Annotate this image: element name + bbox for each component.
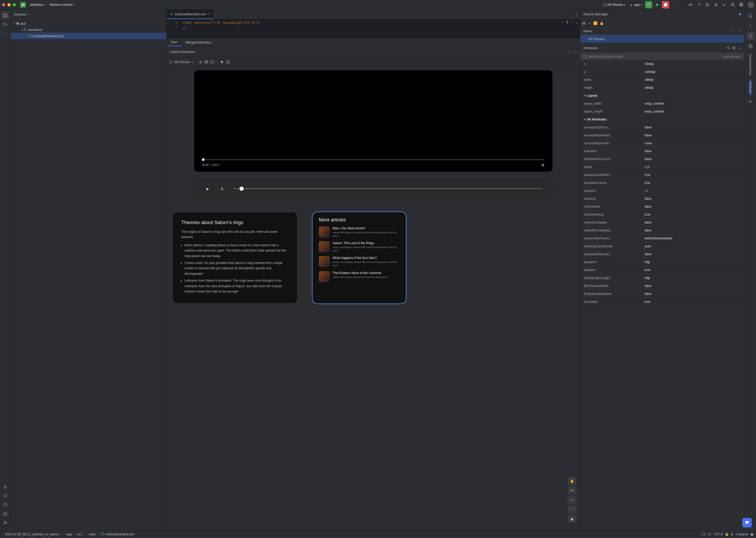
refresh-icon[interactable] xyxy=(226,60,230,64)
attribute-row[interactable]: accessibilityFocu...false xyxy=(580,123,744,131)
breadcrumb[interactable]: ▫ app xyxy=(65,532,72,536)
tree-row-manifests[interactable]: ▾ 🗀 manifests xyxy=(11,27,166,33)
list-icon[interactable] xyxy=(704,1,711,9)
attribute-row[interactable]: x434dp xyxy=(580,60,744,68)
attribute-row[interactable]: fadingEdgeLength0dp xyxy=(580,274,744,282)
project-menu[interactable]: JetNews ▾ xyxy=(28,2,47,8)
vcs-menu[interactable]: Version control ▾ xyxy=(47,2,77,8)
attribute-row[interactable]: focusabletrue xyxy=(580,298,744,306)
minimize-icon[interactable]: — xyxy=(738,46,741,50)
breadcrumb[interactable]: ▫ main xyxy=(87,532,96,536)
attribute-row[interactable]: defaultFocusHighli...false xyxy=(580,227,744,235)
slider-thumb[interactable] xyxy=(240,187,244,191)
build-variants-icon[interactable] xyxy=(2,492,9,500)
terminal-icon[interactable] xyxy=(2,510,9,517)
zoom-fit-icon[interactable]: ▣ xyxy=(568,515,576,523)
sub-tab-merged[interactable]: Merged Manifest xyxy=(181,38,215,46)
overlay-icon[interactable] xyxy=(204,60,208,64)
more-article-item[interactable]: What Happens if the Sun Dies? Article an… xyxy=(319,256,400,267)
debug-config-icon[interactable] xyxy=(712,1,720,9)
component-tree-tab[interactable]: Component Tree xyxy=(749,52,752,78)
attributes-list[interactable]: x434dpy1004dpwidth288dpheight480dp▾Layou… xyxy=(580,60,744,530)
sub-tab-text[interactable]: Text xyxy=(166,38,181,46)
play-icon[interactable]: ▶ xyxy=(204,186,211,192)
pause-icon[interactable]: ⏸ xyxy=(219,186,225,192)
attribute-row[interactable]: duplicateParentSt...false xyxy=(580,250,744,258)
close-window-icon[interactable] xyxy=(2,3,5,6)
run-config-selector[interactable]: ▲ app ▾ xyxy=(627,2,644,8)
readonly-lock-icon[interactable]: 🔒 xyxy=(725,532,729,536)
eye-icon[interactable] xyxy=(199,60,203,64)
zoom-out-icon[interactable]: － xyxy=(568,505,576,514)
attribute-row[interactable]: enabledtrue xyxy=(580,266,744,274)
attribute-row[interactable]: filterTouchesWhe...false xyxy=(580,282,744,290)
running-devices-icon[interactable] xyxy=(746,42,755,50)
line-separator[interactable]: LF xyxy=(708,532,712,536)
tree-row-manifest-file[interactable]: ⓜ AndroidManifest.xml xyxy=(11,33,166,39)
project-tool-icon[interactable] xyxy=(2,12,9,19)
more-article-item[interactable]: The Endless Allure of the Universe Artic… xyxy=(319,271,400,282)
attribute-row[interactable]: baseline-1 xyxy=(580,187,744,195)
attribute-row[interactable]: clipToPaddingtrue xyxy=(580,211,744,219)
cursor-position[interactable]: 1:1 xyxy=(701,532,706,536)
aim-icon[interactable]: ⊕ xyxy=(731,532,733,536)
video-surface[interactable]: 00:00 • 00:17 ⚙ xyxy=(197,74,549,169)
attribute-row[interactable]: layout_widthwrap_content xyxy=(580,100,744,108)
assistant-fab[interactable] xyxy=(742,518,752,527)
attribute-row[interactable]: width288dp xyxy=(580,76,744,84)
attribute-row[interactable]: elevation0dp xyxy=(580,258,744,266)
commit-icon[interactable] xyxy=(695,1,703,9)
more-article-item[interactable]: Mars: Our Next Home? Article and images … xyxy=(319,227,400,238)
more-tool-icon[interactable]: ⋯ xyxy=(2,29,9,37)
more-article-item[interactable]: Saturn: The Lord of the Rings Article an… xyxy=(319,241,400,252)
attribute-row[interactable]: fitsSystemWindowsfalse xyxy=(580,290,744,298)
bookmarks-icon[interactable] xyxy=(2,483,9,490)
attribute-row[interactable]: descendantFocus...beforeDescendants xyxy=(580,235,744,242)
problems-icon[interactable] xyxy=(2,501,9,509)
attribute-row[interactable]: accessibilityLiveR...none xyxy=(580,139,744,147)
stop-button[interactable] xyxy=(662,1,669,9)
attribute-row[interactable]: clipChildrenfalse xyxy=(580,203,744,211)
pointer-icon[interactable] xyxy=(220,60,224,64)
chevron-up-icon[interactable]: ⌃ xyxy=(571,20,573,24)
expand-panel-icon[interactable]: ▣ xyxy=(750,532,753,536)
minimize-icon[interactable]: — xyxy=(573,50,577,54)
more-actions-icon[interactable]: ⋮ xyxy=(670,1,678,9)
code-editor[interactable]: 1 2 <?xml version="1.0" encoding="utf-8"… xyxy=(166,19,580,38)
search-icon[interactable] xyxy=(727,46,730,50)
attribute-row[interactable]: alwaysDrawnWith...true xyxy=(580,171,744,179)
gradle-icon[interactable] xyxy=(746,22,755,30)
more-articles-card[interactable]: More articles Mars: Our Next Home? Artic… xyxy=(313,212,405,303)
pan-icon[interactable]: ✋ xyxy=(568,477,576,485)
fire-icon[interactable]: 🔥 xyxy=(600,21,604,25)
sync-project-icon[interactable] xyxy=(687,1,694,9)
inspector-device[interactable]: XR Device xyxy=(174,60,190,64)
attribute-row[interactable]: height480dp xyxy=(580,84,744,92)
breadcrumb[interactable]: ▫ 2024-12-05_RC11_jetnews_xr_source xyxy=(3,532,59,536)
project-panel-header[interactable]: Android ▾ xyxy=(11,10,166,19)
attributes-tab[interactable]: Attributes xyxy=(749,79,752,96)
gear-icon[interactable]: ⚙ xyxy=(732,46,736,50)
attribute-row[interactable]: activatedfalse xyxy=(580,147,744,155)
file-encoding[interactable]: UTF-8 xyxy=(714,532,723,536)
attribute-row[interactable]: accessibilityHeadi...false xyxy=(580,131,744,139)
attribute-row[interactable]: y1004dp xyxy=(580,68,744,76)
tabs-more-icon[interactable]: ⋮ xyxy=(572,12,580,16)
debug-button[interactable] xyxy=(654,1,661,9)
notification-dot-icon[interactable] xyxy=(739,13,741,15)
add-device-icon[interactable]: ＋ xyxy=(588,21,591,26)
gear-icon[interactable] xyxy=(737,1,745,9)
minimize-window-icon[interactable] xyxy=(7,3,11,6)
profiler-icon[interactable] xyxy=(721,1,728,9)
attribute-row[interactable]: layout_heightwrap_content xyxy=(580,108,744,116)
attribute-row[interactable]: addStatesFromCh...false xyxy=(580,155,744,163)
notifications-icon[interactable] xyxy=(746,12,755,20)
breadcrumb[interactable]: src xyxy=(77,532,82,536)
column-more-icon[interactable]: ⋯ xyxy=(732,29,735,33)
zoom-in-icon[interactable]: ＋ xyxy=(568,496,576,504)
more-icon[interactable]: ⋮ xyxy=(568,50,571,54)
close-icon[interactable]: × xyxy=(207,12,209,16)
device-list-icon[interactable]: ▤ xyxy=(582,21,586,25)
device-manager-icon[interactable] xyxy=(746,32,755,40)
rotate-3d-icon[interactable]: ⟲ xyxy=(568,486,576,495)
